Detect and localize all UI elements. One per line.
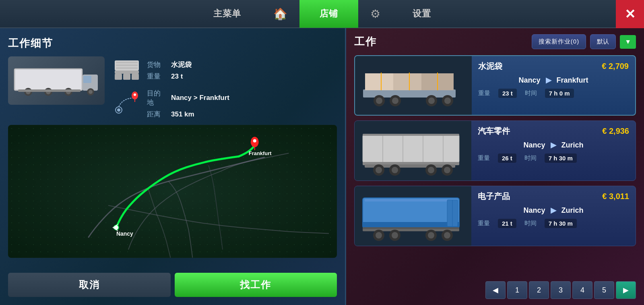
svg-rect-52 — [363, 134, 459, 136]
nav-settings[interactable]: 设置 — [392, 0, 451, 28]
svg-point-43 — [428, 98, 435, 104]
pagination-page-2-button[interactable]: 2 — [529, 281, 549, 299]
job-2-stats: 重量 26 t 时间 7 h 30 m — [478, 154, 629, 163]
nav-shop[interactable]: 店铺 — [299, 0, 358, 28]
map-svg: Nancy Frankfurt — [8, 125, 337, 258]
svg-point-29 — [253, 139, 256, 142]
job-1-arrow: ▶ — [546, 76, 553, 84]
svg-rect-18 — [115, 74, 122, 80]
cargo-info-rows: 货物 水泥袋 重量 23 t — [147, 60, 192, 81]
truck-svg — [12, 60, 101, 101]
svg-rect-25 — [8, 125, 337, 258]
close-button[interactable]: ✕ — [616, 0, 644, 28]
job-2-weight-label: 重量 — [478, 154, 490, 162]
svg-point-62 — [444, 167, 450, 173]
frankfurt-label: Frankfurt — [249, 150, 272, 156]
pagination-page-5-button[interactable]: 5 — [594, 281, 614, 299]
nav-main-menu[interactable]: 主菜单 — [193, 0, 261, 28]
job-2-route: Nancy ▶ Zurich — [478, 141, 629, 149]
main-content: 工作细节 — [0, 28, 644, 305]
cargo-info-area: 货物 水泥袋 重量 23 t — [8, 56, 337, 119]
cargo-icon — [113, 56, 141, 85]
job-card-3-header: 电子产品 € 3,011 — [478, 191, 629, 202]
job-1-weight-label: 重量 — [478, 89, 490, 97]
cargo-details: 货物 水泥袋 重量 23 t — [113, 56, 337, 119]
map-pin-icon — [113, 90, 141, 118]
curtain-trailer-svg — [359, 122, 467, 179]
pagination-page-3-button[interactable]: 3 — [551, 281, 571, 299]
svg-rect-3 — [83, 76, 91, 83]
job-1-price: € 2,709 — [602, 62, 629, 71]
job-1-route: Nancy ▶ Frankfurt — [478, 76, 629, 85]
search-new-jobs-button[interactable]: 搜索新作业(0) — [532, 34, 586, 49]
svg-rect-19 — [123, 74, 130, 80]
destination-icon — [113, 90, 141, 118]
job-3-stats: 重量 21 t 时间 7 h 30 m — [478, 219, 629, 228]
job-3-time-label: 时间 — [524, 220, 537, 227]
nav-settings-label: 设置 — [413, 8, 431, 20]
destination-block: 目的地 Nancy > Frankfurt 距离 351 km — [113, 89, 337, 119]
svg-point-58 — [392, 167, 398, 173]
default-sort-button[interactable]: 默认 — [590, 34, 616, 49]
job-2-cargo: 汽车零件 — [478, 126, 510, 137]
svg-point-45 — [444, 98, 451, 104]
job-1-stats: 重量 23 t 时间 7 h 0 m — [478, 89, 629, 98]
svg-point-56 — [376, 167, 382, 173]
destination-row: 目的地 Nancy > Frankfurt — [147, 89, 229, 107]
pagination-page-1-button[interactable]: 1 — [507, 281, 527, 299]
svg-rect-32 — [365, 73, 393, 90]
svg-point-72 — [376, 232, 382, 239]
pagination-page-4-button[interactable]: 4 — [572, 281, 592, 299]
svg-rect-66 — [365, 199, 457, 201]
job-3-to: Zurich — [561, 206, 584, 214]
svg-point-39 — [376, 98, 382, 104]
svg-rect-17 — [116, 67, 138, 69]
job-2-to: Zurich — [561, 141, 584, 149]
flatbed-trailer-svg — [359, 57, 468, 114]
svg-rect-1 — [15, 70, 81, 89]
svg-rect-12 — [18, 89, 80, 92]
svg-point-11 — [89, 90, 93, 94]
job-card-2[interactable]: 汽车零件 € 2,936 Nancy ▶ Zurich 重量 26 t 时间 7… — [354, 120, 636, 181]
job-1-weight-value: 23 t — [498, 89, 517, 98]
distance-row: 距离 351 km — [147, 110, 229, 119]
svg-rect-16 — [116, 64, 138, 66]
job-1-to: Frankfurt — [557, 76, 588, 84]
job-2-arrow: ▶ — [551, 141, 558, 149]
job-card-3-info: 电子产品 € 3,011 Nancy ▶ Zurich 重量 21 t 时间 7… — [471, 186, 636, 246]
job-list: 水泥袋 € 2,709 Nancy ▶ Frankfurt 重量 23 t 时间… — [354, 55, 636, 277]
right-panel-jobs: 工作 搜索新作业(0) 默认 ▼ — [346, 28, 644, 305]
top-navigation: 主菜单 🏠 店铺 ⚙ 设置 ✕ — [0, 0, 644, 28]
nav-gear-icon[interactable]: ⚙ — [358, 7, 392, 21]
pagination-prev-button[interactable]: ◀ — [485, 281, 506, 299]
svg-point-60 — [428, 167, 434, 173]
job-2-price: € 2,936 — [602, 127, 629, 136]
pagination: ◀ 1 2 3 4 5 ▶ — [354, 281, 636, 299]
job-card-1[interactable]: 水泥袋 € 2,709 Nancy ▶ Frankfurt 重量 23 t 时间… — [354, 55, 636, 116]
sort-dropdown-button[interactable]: ▼ — [620, 35, 636, 49]
job-1-time-label: 时间 — [525, 89, 537, 97]
job-1-from: Nancy — [518, 76, 540, 84]
job-3-time-value: 7 h 30 m — [545, 219, 577, 228]
job-3-weight-value: 21 t — [498, 219, 516, 228]
left-panel-job-detail: 工作细节 — [0, 28, 346, 305]
right-panel-header: 工作 搜索新作业(0) 默认 ▼ — [354, 34, 636, 49]
job-3-route: Nancy ▶ Zurich — [478, 206, 629, 215]
job-3-weight-label: 重量 — [478, 220, 490, 227]
pagination-next-button[interactable]: ▶ — [616, 281, 636, 299]
job-3-from: Nancy — [523, 206, 545, 214]
find-job-button[interactable]: 找工作 — [175, 273, 337, 297]
svg-point-41 — [392, 98, 398, 104]
destination-info-rows: 目的地 Nancy > Frankfurt 距离 351 km — [147, 89, 229, 119]
job-1-time-value: 7 h 0 m — [545, 89, 574, 98]
left-panel-title: 工作细节 — [8, 36, 337, 50]
job-2-from: Nancy — [523, 141, 545, 149]
job-card-3[interactable]: 电子产品 € 3,011 Nancy ▶ Zurich 重量 21 t 时间 7… — [354, 186, 636, 246]
cancel-button[interactable]: 取消 — [8, 273, 171, 297]
cargo-weight-row: 重量 23 t — [147, 72, 192, 81]
nav-shop-label: 店铺 — [320, 8, 338, 20]
job-card-2-header: 汽车零件 € 2,936 — [478, 126, 629, 137]
nav-main-menu-label: 主菜单 — [213, 8, 241, 20]
nav-home-icon[interactable]: 🏠 — [261, 7, 299, 21]
svg-rect-15 — [116, 62, 138, 63]
